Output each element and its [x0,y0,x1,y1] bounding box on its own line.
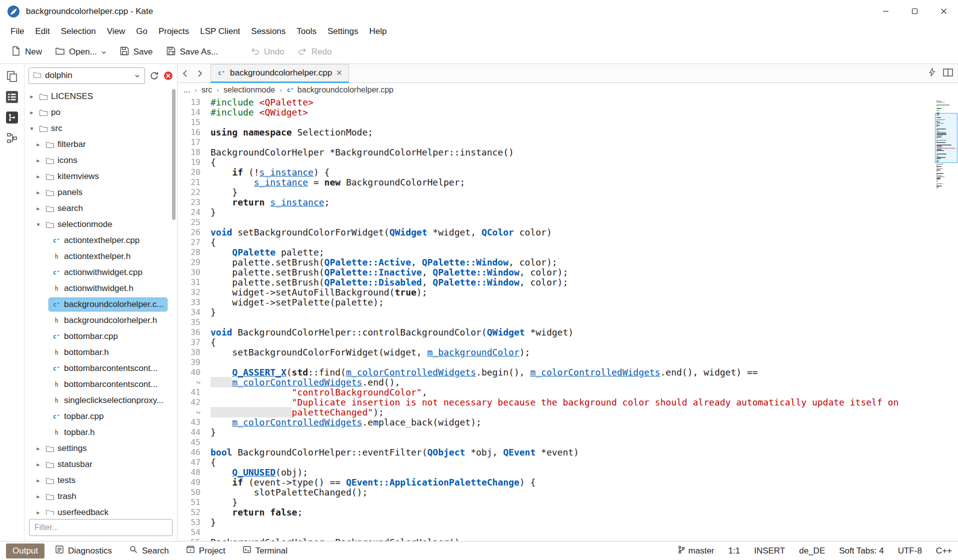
maximize-button[interactable] [900,0,929,22]
tree-item-topbar-h[interactable]: htopbar.h [24,424,177,440]
code-line: } [210,308,958,318]
filter-input[interactable] [34,523,167,532]
projects-toolview-icon[interactable] [4,88,20,106]
tree-item-licenses[interactable]: ▸LICENSES [24,88,177,104]
tree-item-settings[interactable]: ▸settings [24,440,177,456]
breadcrumb-item-backgroundcolorhelper-cpp[interactable]: c⁺backgroundcolorhelper.cpp [286,86,394,94]
output-toolview-button[interactable]: Output [6,544,44,558]
expand-arrow-icon[interactable]: ▸ [34,493,42,500]
tree-item-actiontexthelper-cpp[interactable]: c⁺actiontexthelper.cpp [24,232,177,248]
syntax-language[interactable]: C++ [936,546,952,556]
tree-item-bottombarcontentscont[interactable]: c⁺bottombarcontentscont... [24,360,177,376]
project-selector[interactable]: dolphin [28,68,145,84]
tree-item-tests[interactable]: ▸tests [24,472,177,488]
tab-settings[interactable]: Soft Tabs: 4 [839,546,884,556]
undo-button[interactable]: Undo [244,42,290,62]
tree-item-kitemviews[interactable]: ▸kitemviews [24,168,177,184]
breadcrumb-item-selectionmode[interactable]: selectionmode [224,86,275,94]
tree-item-topbar-cpp[interactable]: c⁺topbar.cpp [24,408,177,424]
collapse-arrow-icon[interactable]: ▾ [28,125,36,132]
save-as-button[interactable]: Save As... [160,42,224,62]
cursor-position[interactable]: 1:1 [728,546,740,556]
collapse-arrow-icon[interactable]: ▾ [34,221,42,228]
diagnostics-toolview-button[interactable]: Diagnostics [48,542,118,559]
close-window-button[interactable] [929,0,958,22]
expand-arrow-icon[interactable]: ▸ [28,93,36,100]
lsp-quick-actions-icon[interactable] [928,68,936,79]
menu-go[interactable]: Go [130,24,153,40]
dictionary[interactable]: de_DE [799,546,825,556]
tree-item-actionwithwidget-cpp[interactable]: c⁺actionwithwidget.cpp [24,264,177,280]
expand-arrow-icon[interactable]: ▸ [34,205,42,212]
tree-item-actiontexthelper-h[interactable]: hactiontexthelper.h [24,248,177,264]
breadcrumb-item-src[interactable]: src [202,86,212,94]
tree-item-search[interactable]: ▸search [24,200,177,216]
tab-backgroundcolorhelper[interactable]: c⁺ backgroundcolorhelper.cpp [210,64,349,83]
tree-item-src[interactable]: ▾src [24,120,177,136]
menu-edit[interactable]: Edit [30,24,55,40]
tree-item-trash[interactable]: ▸trash [24,488,177,504]
input-mode[interactable]: INSERT [754,546,785,556]
tree-item-actionwithwidget-h[interactable]: hactionwithwidget.h [24,280,177,296]
expand-arrow-icon[interactable]: ▸ [34,445,42,452]
tree-item-backgroundcolorhelper-c[interactable]: c⁺backgroundcolorhelper.c... [24,296,177,312]
close-panel-icon[interactable] [164,71,173,80]
documents-icon[interactable] [4,68,20,85]
encoding[interactable]: UTF-8 [898,546,922,556]
expand-arrow-icon[interactable]: ▸ [34,157,42,164]
project-toolview-button[interactable]: Project [180,542,232,559]
tree-item-singleclickselectionproxy[interactable]: hsingleclickselectionproxy... [24,392,177,408]
menu-file[interactable]: File [5,24,30,40]
tree-item-statusbar[interactable]: ▸statusbar [24,456,177,472]
menu-help[interactable]: Help [364,24,392,40]
tree-item-bottombarcontentscont[interactable]: hbottombarcontentscont... [24,376,177,392]
split-view-icon[interactable] [943,68,953,78]
tree-item-bottombar-cpp[interactable]: c⁺bottombar.cpp [24,328,177,344]
menu-tools[interactable]: Tools [291,24,322,40]
tree-item-backgroundcolorhelper-h[interactable]: hbackgroundcolorhelper.h [24,312,177,328]
menu-lsp-client[interactable]: LSP Client [194,24,246,40]
tree-item-selectionmode[interactable]: ▾selectionmode [24,216,177,232]
tree-item-po[interactable]: ▸po [24,104,177,120]
redo-button[interactable]: Redo [292,42,338,62]
tree-item-icons[interactable]: ▸icons [24,152,177,168]
expand-arrow-icon[interactable]: ▸ [34,477,42,484]
tab-close-icon[interactable] [336,68,342,78]
menu-settings[interactable]: Settings [322,24,364,40]
minimap-viewport[interactable] [935,113,958,163]
menu-view[interactable]: View [102,24,131,40]
tree-item-bottombar-h[interactable]: hbottombar.h [24,344,177,360]
menu-sessions[interactable]: Sessions [246,24,291,40]
tree-scrollbar[interactable] [172,89,176,220]
code-row: 29 palette.setBrush(QPalette::Active, QP… [178,258,958,268]
minimap[interactable] [935,97,958,541]
expand-arrow-icon[interactable]: ▸ [34,173,42,180]
chevron-down-icon[interactable] [101,47,106,57]
open-button[interactable]: Open... [49,42,112,62]
tree-item-panels[interactable]: ▸panels [24,184,177,200]
expand-arrow-icon[interactable]: ▸ [34,509,42,515]
code-editor[interactable]: 13#include <QPalette>14#include <QWidget… [178,97,958,541]
tree-item-filterbar[interactable]: ▸filterbar [24,136,177,152]
terminal-toolview-button[interactable]: Terminal [236,542,294,559]
expand-arrow-icon[interactable]: ▸ [34,189,42,196]
breadcrumb-item-[interactable]: ... [184,86,190,94]
reload-project-icon[interactable] [150,71,159,80]
tab-forward-icon[interactable] [192,64,208,82]
search-toolview-button[interactable]: Search [122,542,176,559]
tree-item-content: LICENSES [36,90,96,103]
minimize-button[interactable] [871,0,900,22]
git-icon[interactable] [4,109,20,126]
git-branch[interactable]: master [678,546,714,556]
expand-arrow-icon[interactable]: ▸ [34,461,42,468]
symbols-outline-icon[interactable] [4,130,20,146]
expand-arrow-icon[interactable]: ▸ [28,109,36,116]
tree-item-userfeedback[interactable]: ▸userfeedback [24,504,177,515]
save-button[interactable]: Save [114,42,159,62]
menu-selection[interactable]: Selection [56,24,102,40]
menu-projects[interactable]: Projects [153,24,194,40]
expand-arrow-icon[interactable]: ▸ [34,141,42,148]
code-line: QPalette palette; [210,248,958,258]
new-button[interactable]: New [5,42,48,62]
tab-back-icon[interactable] [178,64,192,82]
